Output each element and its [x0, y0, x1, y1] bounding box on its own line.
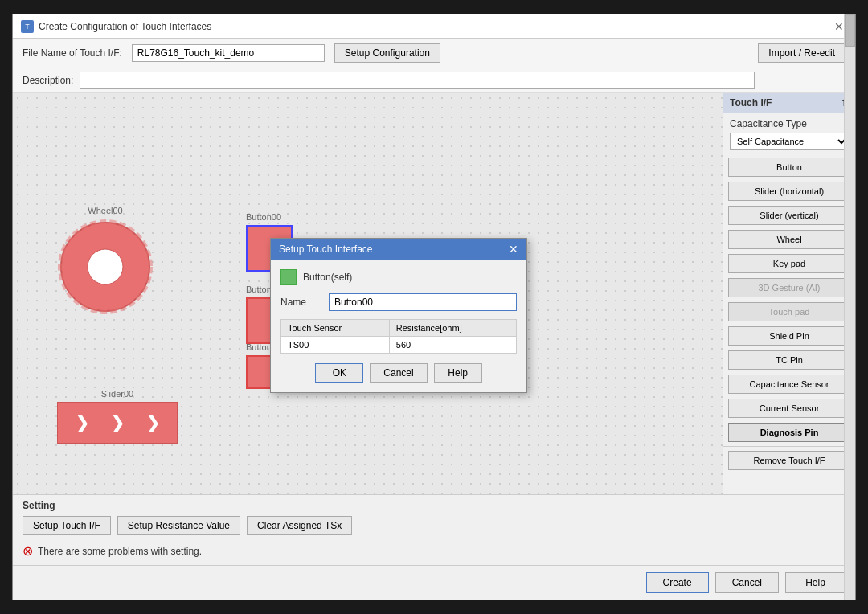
scrollbar[interactable]	[844, 93, 855, 494]
wheel-button[interactable]: Wheel	[728, 230, 850, 249]
setting-label: Setting	[23, 500, 845, 511]
import-reedit-button[interactable]: Import / Re-edit	[758, 43, 845, 63]
toolbar: File Name of Touch I/F: Setup Configurat…	[13, 39, 855, 68]
keypad-button[interactable]: Key pad	[728, 254, 850, 273]
touchpad-button[interactable]: Touch pad	[728, 302, 850, 321]
help-button[interactable]: Help	[785, 572, 845, 593]
setup-touch-interface-modal: Setup Touch Interface ✕ Button(self) Nam…	[270, 238, 527, 393]
table-row: TS00 560	[281, 337, 517, 354]
panel-divider	[723, 446, 855, 447]
error-row: ⊗ There are some problems with setting.	[13, 540, 855, 565]
cancel-button[interactable]: Cancel	[715, 572, 779, 593]
canvas-area[interactable]: Wheel00 Button00 Button0 Button0	[13, 93, 723, 494]
create-button[interactable]: Create	[646, 572, 709, 593]
slider-shape[interactable]: ❯ ❯ ❯	[57, 402, 178, 444]
panel-header: Touch I/F ⬆	[723, 93, 855, 113]
3d-gesture-button[interactable]: 3D Gesture (AI)	[728, 278, 850, 297]
filename-input[interactable]	[132, 44, 325, 62]
tc-pin-button[interactable]: TC Pin	[728, 350, 850, 370]
setup-touch-if-button[interactable]: Setup Touch I/F	[23, 516, 111, 535]
panel-title: Touch I/F	[730, 97, 772, 108]
wheel-label: Wheel00	[57, 206, 154, 215]
table-header-sensor: Touch Sensor	[281, 320, 390, 337]
bottom-buttons: Setup Touch I/F Setup Resistance Value C…	[23, 516, 845, 535]
footer-bar: Create Cancel Help	[13, 565, 855, 600]
capacitance-sensor-button[interactable]: Capacitance Sensor	[728, 375, 850, 394]
modal-ok-button[interactable]: OK	[315, 363, 363, 383]
main-window: T Create Configuration of Touch Interfac…	[12, 14, 856, 600]
error-icon: ⊗	[23, 543, 33, 559]
clear-assigned-button[interactable]: Clear Assigned TSx	[247, 516, 352, 535]
setup-config-button[interactable]: Setup Configuration	[334, 43, 440, 63]
button00-label: Button00	[246, 212, 293, 222]
table-cell-resistance: 560	[389, 337, 516, 354]
app-icon: T	[21, 20, 34, 33]
touch-sensor-table: Touch Sensor Resistance[ohm] TS00 560	[280, 319, 517, 354]
setup-resistance-button[interactable]: Setup Resistance Value	[117, 516, 240, 535]
diagnosis-pin-button[interactable]: Diagnosis Pin	[728, 423, 850, 442]
shield-pin-button[interactable]: Shield Pin	[728, 326, 850, 346]
window-title: Create Configuration of Touch Interfaces	[39, 21, 211, 32]
capacitance-section: Capacitance Type Self Capacitance Mutual…	[723, 113, 855, 155]
error-text: There are some problems with setting.	[38, 546, 202, 557]
name-field-label: Name	[280, 297, 329, 308]
table-cell-sensor: TS00	[281, 337, 390, 354]
slider-vertical-button[interactable]: Slider (vertical)	[728, 206, 850, 225]
description-input[interactable]	[80, 72, 755, 89]
slider-label: Slider00	[57, 389, 178, 399]
slider-arrow-1: ❯	[76, 413, 89, 432]
remove-touch-if-button[interactable]: Remove Touch I/F	[728, 451, 850, 470]
filename-label: File Name of Touch I/F:	[23, 47, 122, 59]
description-row: Description:	[13, 68, 855, 93]
current-sensor-button[interactable]: Current Sensor	[728, 399, 850, 418]
slider-arrow-2: ❯	[111, 413, 125, 432]
slider-horizontal-button[interactable]: Slider (horizontal)	[728, 182, 850, 201]
button-type-button[interactable]: Button	[728, 158, 850, 177]
modal-close-button[interactable]: ✕	[509, 243, 518, 256]
description-label: Description:	[23, 75, 73, 86]
modal-body: Button(self) Name Touch Sensor Resistanc…	[271, 260, 526, 392]
table-header-resistance: Resistance[ohm]	[389, 320, 516, 337]
title-bar: T Create Configuration of Touch Interfac…	[13, 14, 855, 39]
svg-point-1	[88, 249, 123, 284]
capacitance-select[interactable]: Self Capacitance Mutual Capacitance	[730, 133, 849, 150]
bottom-bar: Setting Setup Touch I/F Setup Resistance…	[13, 494, 855, 540]
title-bar-left: T Create Configuration of Touch Interfac…	[21, 20, 211, 33]
wheel-element[interactable]: Wheel00	[57, 206, 154, 317]
modal-name-field: Name	[280, 293, 517, 311]
slider-arrow-3: ❯	[146, 413, 160, 432]
right-panel: Touch I/F ⬆ Capacitance Type Self Capaci…	[723, 93, 855, 494]
modal-cancel-button[interactable]: Cancel	[370, 363, 427, 383]
type-color-indicator	[280, 269, 297, 285]
modal-title-bar: Setup Touch Interface ✕	[271, 239, 526, 260]
modal-buttons: OK Cancel Help	[280, 363, 517, 383]
modal-help-button[interactable]: Help	[434, 363, 482, 383]
main-area: Wheel00 Button00 Button0 Button0	[13, 93, 855, 494]
type-label: Button(self)	[303, 272, 352, 283]
capacitance-label: Capacitance Type	[730, 118, 807, 129]
name-input[interactable]	[329, 293, 517, 311]
slider-element[interactable]: Slider00 ❯ ❯ ❯	[57, 389, 178, 444]
modal-title-text: Setup Touch Interface	[279, 244, 373, 255]
modal-type-row: Button(self)	[280, 269, 517, 285]
